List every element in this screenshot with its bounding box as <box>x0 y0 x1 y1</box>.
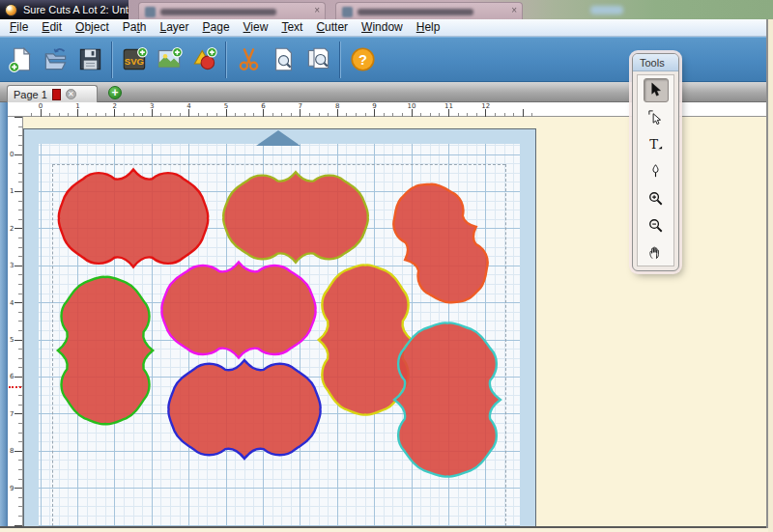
page-background-strip <box>768 19 773 532</box>
v-ruler-label-0: 0 <box>10 151 14 158</box>
h-ruler-label-5: 5 <box>224 102 228 110</box>
v-ruler-label-3: 3 <box>10 262 14 269</box>
menu-file[interactable]: File <box>3 19 35 36</box>
v-ruler-label-9: 9 <box>10 485 14 492</box>
v-ruler-label-8: 8 <box>10 447 14 455</box>
vertical-ruler: 0123456789 <box>8 117 23 526</box>
menu-path[interactable]: Path <box>116 19 154 36</box>
canvas-shapes <box>24 129 537 527</box>
menu-bar: FileEditObjectPathLayerPageViewTextCutte… <box>0 19 773 37</box>
v-ruler-label-7: 7 <box>10 410 14 418</box>
open-project-button[interactable] <box>38 41 72 79</box>
h-ruler-label-7: 7 <box>299 102 302 110</box>
h-ruler-label-8: 8 <box>335 102 339 110</box>
browser-tab-title-blurred <box>358 9 473 15</box>
horizontal-ruler: 0123456789101112 <box>23 102 536 117</box>
print-preview-button[interactable] <box>301 41 335 79</box>
page-background-strip <box>0 528 773 532</box>
label-wide-blue[interactable] <box>168 360 320 459</box>
h-ruler-label-6: 6 <box>261 102 265 110</box>
blurred-browser-tab[interactable]: × <box>138 2 326 19</box>
browser-tab-favicon <box>145 7 156 17</box>
menu-edit[interactable]: Edit <box>35 19 69 36</box>
selection-tool[interactable] <box>644 78 669 102</box>
h-ruler-label-2: 2 <box>113 102 117 110</box>
v-ruler-label-5: 5 <box>10 336 14 344</box>
eyedropper-tool[interactable] <box>644 159 669 183</box>
edit-points-tool[interactable] <box>644 105 669 129</box>
label-wide-olive[interactable] <box>223 172 368 262</box>
cut-with-cutter-button[interactable] <box>231 41 266 79</box>
toolbar-separator <box>339 42 341 78</box>
h-ruler-label-1: 1 <box>75 102 79 110</box>
label-tall-yellow[interactable] <box>319 265 412 415</box>
label-tall-green[interactable] <box>58 277 153 425</box>
menu-object[interactable]: Object <box>69 19 116 36</box>
menu-window[interactable]: Window <box>355 19 410 36</box>
label-tall-cyan[interactable] <box>394 322 501 476</box>
import-image-file-button[interactable] <box>152 41 186 79</box>
toolbar-separator <box>111 42 113 78</box>
v-ruler-label-6: 6 <box>10 373 14 380</box>
type-tool[interactable]: T <box>644 132 669 156</box>
menu-layer[interactable]: Layer <box>153 19 195 36</box>
tools-palette-title[interactable]: Tools <box>633 54 678 71</box>
h-ruler-label-11: 11 <box>444 102 453 110</box>
background-browser-tabs: × × <box>129 0 773 19</box>
v-ruler-label-2: 2 <box>10 225 14 233</box>
svg-text:?: ? <box>358 52 367 68</box>
import-svg-file-button[interactable]: SVG <box>117 41 152 79</box>
browser-tab-title-blurred <box>160 9 276 15</box>
h-ruler-label-9: 9 <box>372 102 376 110</box>
label-wide-magenta[interactable] <box>161 262 315 357</box>
app-icon <box>5 4 17 16</box>
zoom-in-tool[interactable] <box>644 186 669 210</box>
tools-palette-body: T <box>637 74 674 266</box>
pan-tool[interactable] <box>644 240 669 265</box>
import-shapes-button[interactable] <box>186 41 221 79</box>
menu-cutter[interactable]: Cutter <box>309 19 355 36</box>
menu-view[interactable]: View <box>237 19 275 36</box>
menu-help[interactable]: Help <box>410 19 447 36</box>
app-window: Sure Cuts A Lot 2: Untitled × × FileEdit… <box>0 0 773 532</box>
page-color-swatch[interactable] <box>52 89 61 100</box>
tools-palette: Tools T <box>632 53 679 271</box>
h-ruler-label-10: 10 <box>408 102 416 110</box>
browser-tab-favicon <box>342 7 353 17</box>
label-wide-red[interactable] <box>59 169 209 266</box>
help-button[interactable]: ? <box>345 41 380 79</box>
browser-tab-close-icon[interactable]: × <box>314 5 320 15</box>
cutting-mat <box>23 128 536 526</box>
preview-button[interactable] <box>266 41 301 79</box>
browser-tab-close-icon[interactable]: × <box>511 5 517 15</box>
blurred-background-detail <box>590 6 623 14</box>
svg-text:T: T <box>649 137 658 152</box>
page-tab-label: Page 1 <box>14 89 47 100</box>
save-project-button[interactable] <box>72 41 107 79</box>
v-ruler-label-1: 1 <box>10 187 14 195</box>
h-ruler-label-12: 12 <box>481 102 490 110</box>
close-page-icon[interactable]: ✕ <box>66 89 76 99</box>
toolbar-separator <box>225 42 227 78</box>
menu-text[interactable]: Text <box>274 19 309 36</box>
h-ruler-label-0: 0 <box>39 102 43 110</box>
v-ruler-label-4: 4 <box>10 299 14 307</box>
new-document-button[interactable] <box>3 41 38 79</box>
blurred-browser-tab[interactable]: × <box>335 2 523 19</box>
ruler-red-mark <box>9 386 21 388</box>
page-tab[interactable]: Page 1 ✕ <box>7 85 98 102</box>
window-left-border <box>0 102 8 528</box>
h-ruler-label-4: 4 <box>186 102 190 110</box>
add-page-button[interactable]: + <box>108 86 122 99</box>
menu-page[interactable]: Page <box>196 19 237 36</box>
h-ruler-label-3: 3 <box>150 102 154 110</box>
zoom-out-tool[interactable] <box>644 213 669 238</box>
